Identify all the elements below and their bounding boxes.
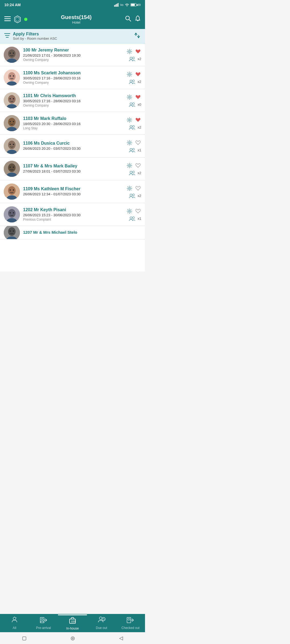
svg-point-29	[129, 74, 130, 75]
svg-point-62	[130, 171, 132, 173]
action-row-top	[126, 48, 141, 56]
action-row-top	[126, 162, 141, 170]
action-row-bottom: x1	[129, 216, 141, 221]
guest-favorite-button[interactable]	[135, 94, 141, 101]
search-button[interactable]	[125, 16, 131, 23]
people-icon	[129, 102, 135, 107]
filter-bar[interactable]: Apply Filters Sort by - Room number ASC	[0, 29, 145, 43]
guest-info: 1207 Mr & Mrs Michael Stelo	[23, 230, 141, 235]
svg-point-65	[8, 186, 16, 195]
svg-point-66	[10, 189, 11, 191]
svg-rect-6	[4, 16, 11, 17]
guest-count: x2	[137, 171, 141, 175]
svg-marker-10	[16, 17, 19, 21]
signal-icon	[114, 3, 119, 7]
guest-item[interactable]: 1100 Ms Scarlett Johansson30/05/2023 17:…	[0, 66, 145, 89]
action-row-bottom: x2	[129, 125, 141, 130]
guest-name: 100 Mr Jeremy Renner	[23, 48, 123, 53]
guest-name: 1109 Ms Kathleen M Fischer	[23, 186, 123, 191]
svg-rect-3	[117, 3, 118, 7]
action-row-bottom: x1	[129, 148, 141, 153]
svg-point-38	[130, 103, 132, 105]
filter-lines-icon	[4, 33, 10, 39]
guest-settings-button[interactable]	[126, 71, 133, 78]
guest-item[interactable]: 1101 Mr Chris Hamsworth30/05/2023 17:16 …	[0, 89, 145, 112]
guest-settings-button[interactable]	[126, 94, 133, 101]
svg-point-34	[10, 98, 11, 100]
guest-list: 100 Mr Jeremy Renner21/06/2023 17:01 - 3…	[0, 43, 145, 272]
action-row-top	[126, 208, 141, 215]
svg-point-55	[133, 148, 135, 150]
guest-settings-button[interactable]	[126, 208, 133, 215]
menu-button[interactable]	[4, 16, 11, 23]
guest-favorite-button[interactable]	[135, 208, 141, 215]
gear-icon	[127, 49, 132, 54]
guest-dates: 30/05/2023 17:16 - 28/06/2023 03:16	[23, 99, 123, 103]
guest-item[interactable]: 1109 Ms Kathleen M Fischer26/06/2023 12:…	[0, 180, 145, 203]
guest-info: 1101 Mr Chris Hamsworth30/05/2023 17:16 …	[23, 93, 123, 107]
guest-count: x2	[137, 194, 141, 198]
svg-point-82	[10, 230, 11, 232]
guest-item[interactable]: 100 Mr Jeremy Renner21/06/2023 17:01 - 3…	[0, 43, 145, 66]
notifications-button[interactable]	[135, 15, 141, 23]
guest-name: 1100 Ms Scarlett Johansson	[23, 71, 123, 75]
action-row-top	[126, 117, 141, 124]
action-row-bottom: x2	[129, 193, 141, 198]
filter-title: Apply Filters	[13, 32, 57, 36]
gear-icon	[127, 186, 132, 191]
guest-favorite-button[interactable]	[135, 185, 141, 192]
svg-rect-0	[114, 5, 115, 7]
guest-settings-button[interactable]	[126, 48, 133, 56]
guest-item[interactable]: 1103 Mr Mark Ruffalo18/05/2023 20:30 - 2…	[0, 112, 145, 135]
svg-point-19	[13, 53, 14, 54]
avatar	[4, 115, 20, 131]
guest-tag: Owning Company	[23, 58, 123, 62]
guest-item[interactable]: 1207 Mr & Mrs Michael Stelo	[0, 226, 145, 239]
guest-count: x1	[137, 148, 141, 152]
guest-name: 1106 Ms Dusica Curcic	[23, 141, 123, 146]
svg-point-47	[133, 125, 135, 127]
svg-point-77	[129, 210, 130, 212]
logo-icon	[13, 15, 21, 23]
guest-item[interactable]: 1106 Ms Dusica Curcic26/06/2023 20:20 - …	[0, 135, 145, 158]
guest-item[interactable]: 1107 Mr & Mrs Mark Bailey27/06/2023 18:0…	[0, 158, 145, 180]
sort-arrows-icon	[134, 32, 141, 39]
svg-point-61	[129, 165, 130, 166]
guest-count: x2	[137, 125, 141, 129]
guest-info: 1103 Mr Mark Ruffalo18/05/2023 20:30 - 2…	[23, 116, 123, 130]
status-time: 10:24 AM	[4, 3, 21, 7]
guest-tag: Owning Company	[23, 81, 123, 85]
filter-sort: Sort by - Room number ASC	[13, 36, 57, 41]
avatar	[4, 138, 20, 154]
header-right	[125, 15, 141, 23]
guest-favorite-button[interactable]	[135, 140, 141, 147]
guest-settings-button[interactable]	[126, 162, 133, 170]
guest-name: 1107 Mr & Mrs Mark Bailey	[23, 164, 123, 169]
guest-favorite-button[interactable]	[135, 163, 141, 169]
avatar	[4, 184, 20, 200]
guest-settings-button[interactable]	[126, 140, 133, 147]
svg-point-83	[13, 230, 14, 232]
svg-point-23	[133, 57, 135, 59]
guest-favorite-button[interactable]	[135, 71, 141, 78]
svg-rect-1	[115, 5, 116, 7]
sort-button[interactable]	[134, 32, 141, 41]
battery-icon	[130, 3, 136, 6]
svg-rect-4	[118, 3, 119, 7]
action-row-top	[126, 140, 141, 147]
svg-point-75	[13, 212, 14, 214]
svg-line-12	[129, 20, 131, 21]
guest-count: x2	[137, 80, 141, 84]
guest-settings-button[interactable]	[126, 185, 133, 192]
guest-item[interactable]: 1202 Mr Keyth Pisani26/06/2023 15:23 - 3…	[0, 203, 145, 226]
guest-dates: 26/06/2023 15:23 - 30/06/2023 03:30	[23, 213, 123, 217]
guest-settings-button[interactable]	[126, 117, 133, 124]
guest-favorite-button[interactable]	[135, 49, 141, 55]
guest-name: 1103 Mr Mark Ruffalo	[23, 116, 123, 121]
gear-icon	[127, 208, 132, 214]
guest-name: 1202 Mr Keyth Pisani	[23, 207, 123, 212]
guest-actions: x2	[126, 71, 141, 84]
action-row-bottom: x2	[129, 171, 141, 175]
guest-favorite-button[interactable]	[135, 117, 141, 124]
gear-icon	[127, 163, 132, 168]
